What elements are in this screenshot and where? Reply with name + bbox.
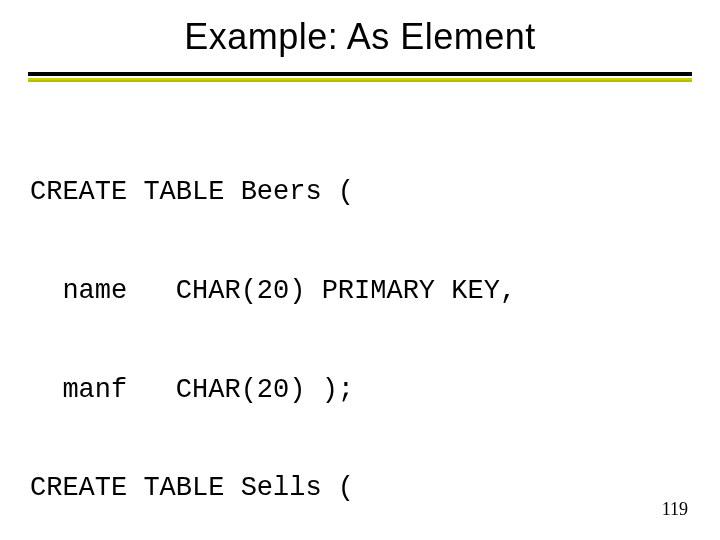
rule-black xyxy=(28,72,692,76)
slide: Example: As Element CREATE TABLE Beers (… xyxy=(0,0,720,540)
code-block: CREATE TABLE Beers ( name CHAR(20) PRIMA… xyxy=(28,110,692,540)
code-line: manf CHAR(20) ); xyxy=(30,374,692,407)
page-number: 119 xyxy=(662,499,688,520)
title-rule xyxy=(28,72,692,82)
code-line: CREATE TABLE Sells ( xyxy=(30,472,692,505)
rule-accent xyxy=(28,78,692,82)
code-line: name CHAR(20) PRIMARY KEY, xyxy=(30,275,692,308)
slide-title: Example: As Element xyxy=(28,16,692,58)
code-line: CREATE TABLE Beers ( xyxy=(30,176,692,209)
